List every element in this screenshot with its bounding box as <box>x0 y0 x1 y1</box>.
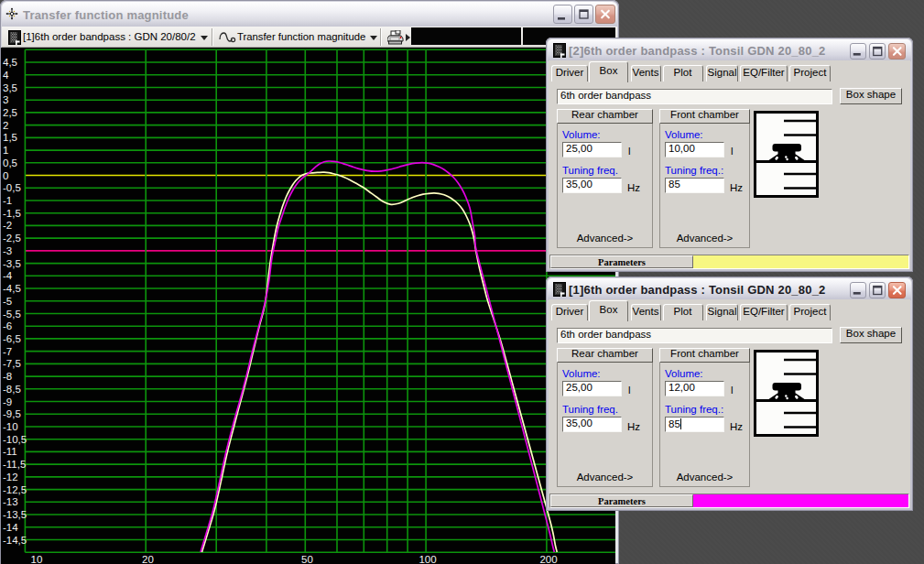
svg-text:-5: -5 <box>3 296 12 307</box>
svg-text:-3: -3 <box>3 245 12 256</box>
svg-text:-7,5: -7,5 <box>3 358 21 369</box>
svg-text:0,5: 0,5 <box>3 157 17 168</box>
svg-text:-1,5: -1,5 <box>3 208 21 219</box>
svg-text:1: 1 <box>3 145 8 156</box>
svg-text:1,5: 1,5 <box>3 132 17 143</box>
svg-text:-13,5: -13,5 <box>3 509 27 520</box>
svg-text:-13: -13 <box>3 496 18 507</box>
svg-text:-0,5: -0,5 <box>3 182 21 193</box>
svg-text:-12,5: -12,5 <box>3 484 27 495</box>
svg-text:-14,5: -14,5 <box>3 535 27 546</box>
svg-text:-6,5: -6,5 <box>3 333 21 344</box>
svg-text:-11: -11 <box>3 446 17 457</box>
svg-text:4,5: 4,5 <box>3 57 17 68</box>
svg-text:-4,5: -4,5 <box>3 283 21 294</box>
svg-text:2,5: 2,5 <box>3 107 17 118</box>
svg-text:-2: -2 <box>3 220 12 231</box>
svg-text:-12: -12 <box>3 472 18 483</box>
svg-text:3,5: 3,5 <box>3 82 17 93</box>
svg-text:20: 20 <box>142 554 154 564</box>
svg-text:-10: -10 <box>3 421 18 432</box>
svg-text:-9: -9 <box>3 396 12 407</box>
svg-text:-9,5: -9,5 <box>3 408 21 419</box>
svg-text:-6: -6 <box>3 320 12 331</box>
svg-text:100: 100 <box>419 554 436 564</box>
svg-text:-4: -4 <box>3 270 13 281</box>
svg-text:-3,5: -3,5 <box>3 258 21 269</box>
svg-text:-1: -1 <box>3 195 12 206</box>
svg-text:4: 4 <box>3 70 9 81</box>
svg-text:3: 3 <box>3 94 8 105</box>
svg-text:2: 2 <box>3 120 8 131</box>
svg-text:-5,5: -5,5 <box>3 309 21 320</box>
svg-text:-10,5: -10,5 <box>3 434 27 445</box>
svg-text:10: 10 <box>31 554 43 564</box>
svg-text:-14: -14 <box>3 522 18 533</box>
svg-text:0: 0 <box>3 170 8 181</box>
svg-text:-11,5: -11,5 <box>3 459 26 470</box>
svg-text:-7: -7 <box>3 346 12 357</box>
svg-text:-8,5: -8,5 <box>3 384 21 395</box>
svg-text:50: 50 <box>301 554 313 564</box>
svg-text:200: 200 <box>539 554 557 564</box>
svg-text:-2,5: -2,5 <box>3 233 21 244</box>
svg-text:-8: -8 <box>3 371 12 382</box>
